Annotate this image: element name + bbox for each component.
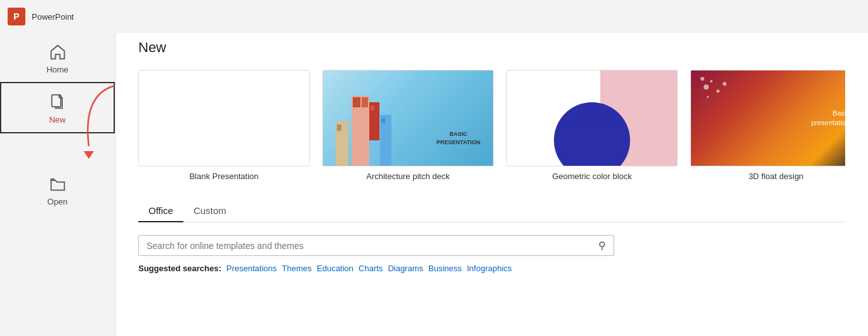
suggested-link-themes[interactable]: Themes: [282, 264, 312, 273]
svg-rect-11: [371, 105, 374, 111]
sidebar-item-open-label: Open: [48, 197, 68, 206]
app-name: PowerPoint: [32, 12, 74, 22]
float-text: Basic presentation: [811, 109, 845, 128]
main-content: New Blank Presentation: [115, 0, 868, 336]
template-card-float[interactable]: Basic presentation 3D float design: [690, 70, 845, 181]
tab-office[interactable]: Office: [138, 200, 183, 222]
suggested-label: Suggested searches:: [138, 264, 221, 273]
arch-building-svg: [332, 83, 396, 166]
template-label-float: 3D float design: [749, 171, 804, 181]
sidebar-item-new[interactable]: New: [0, 82, 115, 133]
suggested-link-business[interactable]: Business: [428, 264, 462, 273]
sidebar-item-open[interactable]: Open: [0, 165, 115, 214]
suggested-link-presentations[interactable]: Presentations: [227, 264, 277, 273]
home-icon: [49, 43, 67, 61]
search-bar: ⚲: [138, 235, 614, 256]
suggested-link-infographics[interactable]: Infographics: [467, 264, 512, 273]
sidebar-item-home-label: Home: [46, 65, 69, 74]
suggested-link-education[interactable]: Education: [317, 264, 353, 273]
svg-rect-6: [353, 97, 360, 107]
suggested-row: Suggested searches: Presentations Themes…: [138, 264, 845, 273]
template-thumbnail-geo: BASICPRESENTATION: [506, 70, 678, 166]
sidebar-item-new-label: New: [49, 115, 65, 124]
template-label-arch: Architecture pitch deck: [366, 171, 450, 181]
suggested-link-diagrams[interactable]: Diagrams: [388, 264, 423, 273]
template-card-arch[interactable]: BASICPRESENTATION Architecture pitch dec…: [322, 70, 494, 181]
sidebar-item-home[interactable]: Home: [0, 33, 115, 82]
template-label-blank: Blank Presentation: [189, 171, 258, 181]
svg-rect-7: [362, 97, 368, 107]
app-logo: P: [8, 8, 25, 25]
search-icon: ⚲: [598, 239, 606, 252]
svg-rect-9: [337, 124, 341, 131]
template-thumbnail-float: Basic presentation: [690, 70, 845, 166]
template-card-geo[interactable]: BASICPRESENTATION Geometric color block: [506, 70, 678, 181]
template-label-geo: Geometric color block: [552, 171, 632, 181]
template-card-blank[interactable]: Blank Presentation: [138, 70, 310, 181]
template-thumbnail-blank: [138, 70, 310, 166]
tabs-row: Office Custom: [138, 200, 845, 222]
tab-custom[interactable]: Custom: [183, 200, 237, 222]
page-title: New: [138, 39, 845, 56]
search-input[interactable]: [147, 241, 598, 251]
arch-text: BASICPRESENTATION: [437, 130, 480, 147]
open-folder-icon: [49, 175, 67, 193]
geo-text: BASICPRESENTATION: [570, 109, 614, 124]
titlebar: P PowerPoint: [0, 0, 868, 33]
new-document-icon: [49, 93, 67, 111]
float-dots: [700, 77, 739, 102]
suggested-link-charts[interactable]: Charts: [358, 264, 383, 273]
sidebar: Home New Open: [0, 0, 115, 336]
svg-rect-13: [381, 118, 385, 123]
template-thumbnail-arch: BASICPRESENTATION: [322, 70, 494, 166]
templates-row: Blank Presentation: [138, 70, 845, 181]
